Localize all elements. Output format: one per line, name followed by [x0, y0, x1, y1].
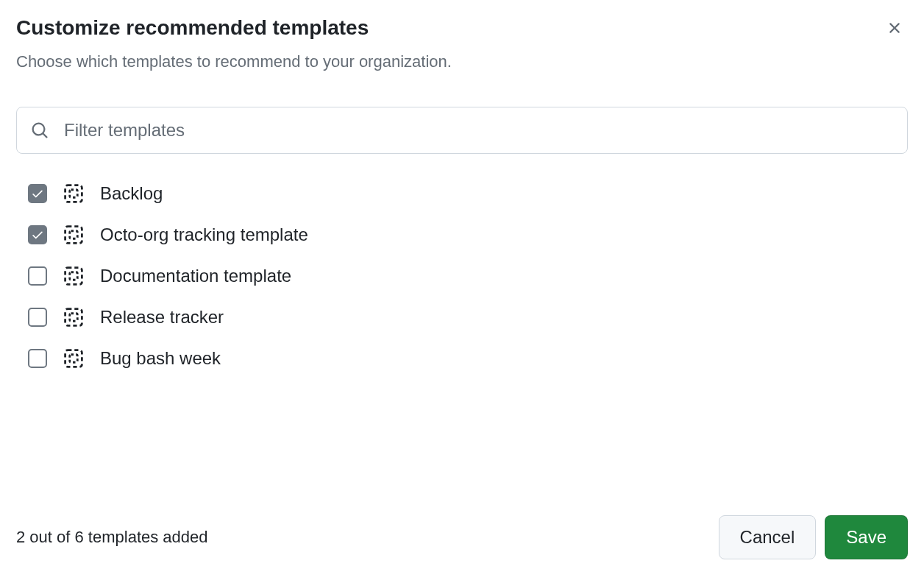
close-icon — [886, 28, 903, 39]
search-icon — [31, 121, 49, 139]
svg-rect-4 — [65, 268, 82, 285]
template-label: Octo-org tracking template — [100, 224, 308, 245]
project-template-icon — [63, 348, 84, 369]
dialog-subtitle: Choose which templates to recommend to y… — [16, 52, 452, 71]
template-checkbox[interactable] — [28, 225, 47, 244]
template-row: Backlog — [28, 183, 908, 204]
template-label: Documentation template — [100, 266, 291, 286]
svg-rect-2 — [65, 227, 82, 244]
template-row: Bug bash week — [28, 348, 908, 369]
template-row: Release tracker — [28, 307, 908, 328]
header-text: Customize recommended templates Choose w… — [16, 15, 452, 71]
dialog-header: Customize recommended templates Choose w… — [16, 15, 908, 71]
template-checkbox[interactable] — [28, 184, 47, 203]
svg-rect-9 — [70, 355, 78, 363]
project-template-icon — [63, 224, 84, 245]
template-label: Release tracker — [100, 307, 224, 328]
close-button[interactable] — [883, 16, 906, 42]
svg-rect-7 — [70, 314, 78, 322]
template-label: Backlog — [100, 183, 163, 204]
project-template-icon — [63, 266, 84, 286]
svg-rect-3 — [70, 231, 78, 239]
template-checkbox[interactable] — [28, 308, 47, 327]
customize-templates-dialog: Customize recommended templates Choose w… — [0, 0, 924, 580]
status-text: 2 out of 6 templates added — [16, 528, 208, 547]
dialog-footer: 2 out of 6 templates added Cancel Save — [16, 515, 908, 565]
svg-rect-6 — [65, 309, 82, 326]
filter-templates-input[interactable] — [16, 107, 908, 154]
svg-rect-0 — [65, 185, 82, 202]
templates-list: BacklogOcto-org tracking templateDocumen… — [16, 183, 908, 369]
footer-buttons: Cancel Save — [719, 515, 908, 559]
template-label: Bug bash week — [100, 348, 221, 369]
project-template-icon — [63, 307, 84, 328]
svg-rect-1 — [70, 190, 78, 198]
svg-rect-8 — [65, 350, 82, 367]
template-row: Octo-org tracking template — [28, 224, 908, 245]
template-checkbox[interactable] — [28, 349, 47, 368]
svg-rect-5 — [70, 272, 78, 280]
template-row: Documentation template — [28, 266, 908, 286]
save-button[interactable]: Save — [825, 515, 908, 559]
search-wrapper — [16, 107, 908, 154]
cancel-button[interactable]: Cancel — [719, 515, 817, 559]
dialog-title: Customize recommended templates — [16, 15, 452, 40]
project-template-icon — [63, 183, 84, 204]
template-checkbox[interactable] — [28, 266, 47, 286]
